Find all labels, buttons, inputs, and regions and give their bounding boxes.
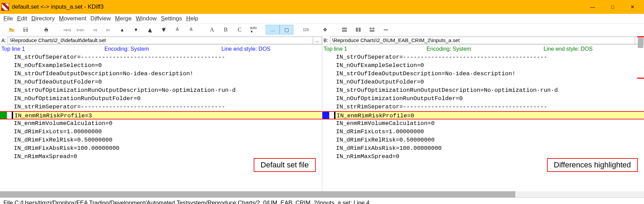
print-icon[interactable]: [39, 25, 53, 35]
show-linebreak-icon[interactable]: ▢: [280, 25, 293, 35]
next-conflict-icon[interactable]: ▻: [101, 25, 115, 35]
diff-panes: A: \Reproduce Charts\2_0\default\default…: [0, 36, 644, 191]
menu-directory[interactable]: Directory: [31, 15, 55, 22]
menu-help[interactable]: Help: [186, 15, 198, 22]
choose-c-button[interactable]: C: [233, 25, 246, 35]
pane-a-header: A: \Reproduce Charts\2_0\default\default…: [0, 36, 322, 45]
menu-settings[interactable]: Settings: [161, 15, 182, 22]
down-arrow-icon[interactable]: ▼: [129, 25, 143, 35]
menu-window[interactable]: Window: [136, 15, 157, 22]
pane-b-content[interactable]: IN_strOufSeperator=---------------------…: [322, 53, 644, 191]
svg-rect-13: [384, 29, 388, 30]
split-3-icon[interactable]: [365, 25, 379, 35]
code-line: IN_strRimSeperator=---------------------…: [0, 103, 322, 111]
code-line: IN_strRimSeperator=---------------------…: [322, 103, 644, 111]
svg-rect-10: [370, 28, 372, 29]
pane-a: A: \Reproduce Charts\2_0\default\default…: [0, 36, 322, 191]
minimize-button[interactable]: —: [583, 0, 603, 14]
up-arrow-icon[interactable]: ▲: [115, 25, 129, 35]
window-title: default.set <-> inputs_a.set - KDiff3: [12, 3, 583, 10]
code-line: IN_nOufIdeaOutputFolder=0: [322, 78, 644, 86]
code-line: IN_dRimFixRelRisk=0.50000000: [322, 136, 644, 144]
show-whitespace-icon[interactable]: …: [266, 25, 280, 35]
app-icon: [1, 3, 9, 11]
pane-a-encoding: Encoding: System: [105, 46, 149, 52]
pane-b-meta: Top line 1 Encoding: System Line end sty…: [322, 45, 644, 53]
status-text: File C:/Users/timzi/Dropbox/FEA Trading/…: [3, 200, 370, 204]
pane-a-content[interactable]: IN_strOufSeperator=---------------------…: [0, 53, 322, 191]
pane-b-encoding: Encoding: System: [427, 46, 471, 52]
pane-b-topline: Top line 1: [324, 46, 348, 52]
code-line: IN_dRimFixLots=1.00000000: [322, 128, 644, 136]
collapse-icon[interactable]: [379, 25, 393, 35]
code-line: IN_enmRimVolumeCalculation=0: [0, 119, 322, 128]
code-line: IN_nOufOptimizationRunOutputFolder=0: [322, 95, 644, 103]
status-bar: File C:/Users/timzi/Dropbox/FEA Trading/…: [0, 197, 644, 204]
move-icon[interactable]: ✥: [318, 25, 332, 35]
pane-b-label: B:: [322, 38, 330, 43]
code-line: IN_strOufIdeaOutputDescription=No·idea·d…: [0, 70, 322, 78]
auto-merge-icon[interactable]: auto▼: [246, 25, 260, 35]
code-line: IN_dRimFixLots=1.00000000: [0, 128, 322, 136]
toolbar: ◅◅ ▻▻ ◅ ▻ ▲ ▼ ▲̲ ▼̅ ≜ ≚ A B C auto▼ … ▢ …: [0, 23, 644, 36]
code-line: IN_strOufSeperator=---------------------…: [0, 53, 322, 61]
menu-merge[interactable]: Merge: [115, 15, 131, 22]
triple-down-icon[interactable]: ≚: [184, 25, 198, 35]
line-numbers-icon[interactable]: 123: [299, 25, 313, 35]
open-icon[interactable]: [5, 25, 19, 35]
split-vert-icon[interactable]: [351, 25, 365, 35]
svg-rect-11: [372, 28, 374, 29]
double-down-icon[interactable]: ▼̅: [157, 25, 170, 35]
pane-b-path-text: \Reproduce Charts\2_0\UM_EAB_CRIM_2\inpu…: [332, 37, 460, 43]
code-line: IN_nOufExampleSelection=0: [322, 61, 644, 70]
code-line: IN_strOufOptimizationRunOutputDescriptio…: [322, 86, 644, 95]
code-line: IN_enmRimRiskProfile=3: [0, 111, 322, 119]
prev-diff-icon[interactable]: ◅◅: [60, 25, 74, 35]
pane-a-lineend: Line end style: DOS: [221, 46, 270, 52]
menu-file[interactable]: File: [3, 15, 13, 22]
title-bar: default.set <-> inputs_a.set - KDiff3 — …: [0, 0, 644, 14]
menu-bar: File Edit Directory Movement Diffview Me…: [0, 14, 644, 23]
split-horiz-icon[interactable]: [338, 25, 351, 35]
code-line: IN_strOufIdeaOutputDescription=No·idea·d…: [322, 70, 644, 78]
pane-b-header: B: \Reproduce Charts\2_0\UM_EAB_CRIM_2\i…: [322, 36, 644, 45]
code-line: IN_enmRimRiskProfile=0: [322, 111, 644, 119]
callout-default: Default set file: [254, 158, 315, 172]
menu-edit[interactable]: Edit: [17, 15, 27, 22]
window-buttons: — □ ✕: [583, 0, 643, 14]
code-line: IN_nOufIdeaOutputFolder=0: [0, 78, 322, 86]
pane-b-path-input[interactable]: \Reproduce Charts\2_0\UM_EAB_CRIM_2\inpu…: [330, 37, 635, 44]
choose-b-button[interactable]: B: [219, 25, 233, 35]
svg-rect-8: [356, 28, 358, 32]
pane-b-lineend: Line end style: DOS: [544, 46, 593, 52]
code-line: IN_enmRimVolumeCalculation=0: [322, 119, 644, 128]
close-button[interactable]: ✕: [623, 0, 643, 14]
pane-a-path-input[interactable]: \Reproduce Charts\2_0\default\default.se…: [8, 37, 313, 44]
horizontal-scrollbar[interactable]: [0, 191, 644, 197]
pane-b: B: \Reproduce Charts\2_0\UM_EAB_CRIM_2\i…: [322, 36, 644, 191]
triple-up-icon[interactable]: ≜: [170, 25, 184, 35]
svg-rect-12: [370, 30, 374, 32]
menu-movement[interactable]: Movement: [59, 15, 86, 22]
pane-a-meta: Top line 1 Encoding: System Line end sty…: [0, 45, 322, 53]
pane-a-path-text: \Reproduce Charts\2_0\default\default.se…: [10, 37, 106, 43]
code-line: IN_dRimFixAbsRisk=100.00000000: [322, 144, 644, 153]
double-up-icon[interactable]: ▲̲: [143, 25, 157, 35]
svg-rect-2: [25, 30, 27, 31]
overview-scrollbar[interactable]: [637, 36, 644, 192]
prev-conflict-icon[interactable]: ◅: [88, 25, 101, 35]
code-line: IN_dRimFixAbsRisk=100.00000000: [0, 144, 322, 153]
code-line: IN_strOufOptimizationRunOutputDescriptio…: [0, 86, 322, 95]
choose-a-button[interactable]: A: [205, 25, 219, 35]
pane-a-topline: Top line 1: [1, 46, 25, 52]
svg-rect-5: [45, 30, 47, 32]
pane-a-browse-button[interactable]: ...: [313, 37, 322, 44]
callout-differences: Differences highlighted: [547, 158, 638, 172]
menu-diffview[interactable]: Diffview: [90, 15, 111, 22]
maximize-button[interactable]: □: [603, 0, 623, 14]
svg-rect-1: [24, 28, 27, 29]
save-icon[interactable]: [19, 25, 32, 35]
svg-rect-7: [342, 30, 347, 32]
svg-rect-6: [342, 28, 347, 29]
next-diff-icon[interactable]: ▻▻: [74, 25, 88, 35]
